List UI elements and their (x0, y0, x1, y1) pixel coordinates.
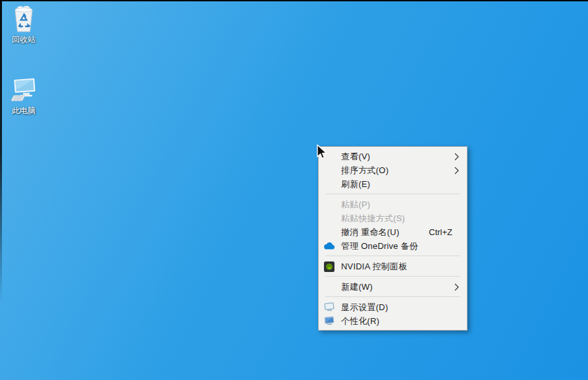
menu-separator (325, 194, 460, 194)
windows-desktop: { "desktop": { "icons": [ { "name": "rec… (0, 0, 588, 380)
menu-item-display-settings[interactable]: 显示设置(D) (319, 300, 467, 314)
personalization-icon (324, 316, 338, 327)
menu-item-personalize[interactable]: 个性化(R) (319, 314, 467, 328)
nvidia-logo-icon (324, 261, 338, 272)
recycle-bin-icon (10, 5, 38, 34)
menu-item-paste: 粘贴(P) (319, 198, 467, 211)
submenu-chevron-icon (454, 283, 459, 291)
desktop-context-menu: 查看(V) 排序方式(O) 刷新(E) 粘贴(P) 粘贴快捷方式(S) 撤消 重… (318, 146, 468, 331)
desktop-icon-this-pc[interactable]: 此电脑 (3, 76, 45, 115)
menu-item-manage-onedrive-backup[interactable]: 管理 OneDrive 备份 (319, 239, 467, 253)
menu-item-sort-by[interactable]: 排序方式(O) (319, 163, 467, 177)
menu-item-new[interactable]: 新建(W) (319, 280, 467, 294)
recycle-bin-label: 回收站 (12, 36, 36, 44)
undo-shortcut-text: Ctrl+Z (429, 227, 452, 237)
menu-item-view[interactable]: 查看(V) (319, 149, 467, 163)
capture-edge-top (0, 0, 588, 1)
menu-item-refresh[interactable]: 刷新(E) (319, 177, 467, 191)
capture-edge-left (0, 0, 2, 380)
submenu-chevron-icon (454, 167, 459, 175)
menu-separator (325, 296, 460, 297)
this-pc-label: 此电脑 (12, 107, 36, 115)
desktop-icon-recycle-bin[interactable]: 回收站 (3, 5, 45, 44)
submenu-chevron-icon (454, 153, 459, 161)
menu-item-paste-shortcut: 粘贴快捷方式(S) (319, 211, 467, 225)
this-pc-icon (10, 76, 38, 105)
onedrive-cloud-icon (324, 241, 338, 252)
menu-separator (325, 276, 460, 277)
display-settings-icon (324, 302, 338, 313)
menu-item-undo-rename[interactable]: 撤消 重命名(U) Ctrl+Z (319, 225, 467, 239)
menu-separator (325, 256, 460, 256)
menu-item-nvidia-control-panel[interactable]: NVIDIA 控制面板 (319, 259, 467, 273)
